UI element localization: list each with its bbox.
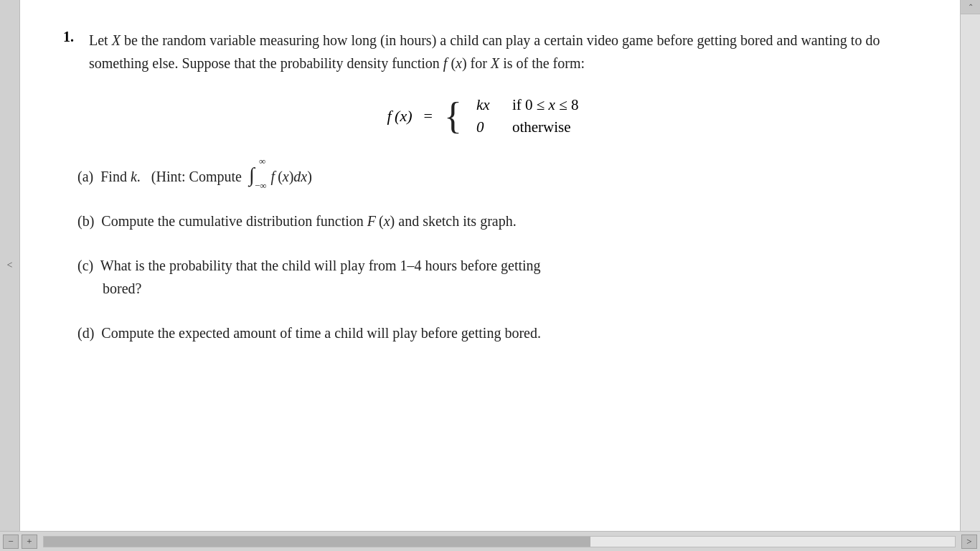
piecewise-brace: { (444, 98, 462, 135)
piecewise-formula: f (x) = { kx if 0 ≤ x ≤ 8 0 otherwise (387, 96, 579, 136)
left-nav-arrow[interactable]: < (0, 0, 20, 531)
part-b-text: (b) Compute the cumulative distribution … (77, 213, 517, 229)
right-panel: ⌃ (960, 0, 980, 531)
main-container: < 1. Let X be the random variable measur… (0, 0, 980, 531)
sub-part-d: (d) Compute the expected amount of time … (63, 321, 903, 344)
var-x2: x (456, 55, 462, 71)
part-a-label: (a) Find k. (Hint: Compute (77, 169, 245, 184)
piecewise-container: f (x) = { kx if 0 ≤ x ≤ 8 0 otherwise (63, 96, 903, 136)
sub-part-a: (a) Find k. (Hint: Compute ∫ ∞ −∞ f (x)d… (63, 165, 903, 188)
problem-number: 1. (63, 29, 83, 75)
piecewise-equals: = (424, 107, 433, 126)
horizontal-scrollbar[interactable] (43, 536, 956, 547)
case1-expr: kx (476, 96, 498, 114)
problem-intro-text: Let X be the random variable measuring h… (89, 29, 903, 75)
sub-part-b: (b) Compute the cumulative distribution … (63, 209, 903, 232)
piecewise-lhs: f (x) (387, 107, 413, 126)
zoom-out-button[interactable]: − (3, 534, 19, 549)
bottom-bar: − + > (0, 531, 980, 551)
piecewise-case-1: kx if 0 ≤ x ≤ 8 (476, 96, 578, 114)
case2-expr: 0 (476, 118, 498, 136)
part-d-text: (d) Compute the expected amount of time … (77, 325, 541, 341)
minus-icon: − (8, 536, 13, 547)
func-f: f (443, 55, 448, 71)
right-arrow-icon: > (966, 536, 971, 547)
scrollbar-thumb (44, 537, 590, 547)
problem-intro: 1. Let X be the random variable measurin… (63, 29, 903, 75)
piecewise-cases: kx if 0 ≤ x ≤ 8 0 otherwise (476, 96, 578, 136)
part-a-integral-text: f (x)dx) (271, 169, 312, 184)
zoom-in-button[interactable]: + (22, 534, 37, 549)
scroll-track (961, 14, 980, 531)
sub-parts: (a) Find k. (Hint: Compute ∫ ∞ −∞ f (x)d… (63, 165, 903, 344)
piecewise-case-2: 0 otherwise (476, 118, 578, 136)
sub-part-c: (c) What is the probability that the chi… (63, 254, 903, 300)
part-c-text: (c) What is the probability that the chi… (77, 258, 541, 296)
left-arrow-icon: < (7, 260, 13, 271)
case1-condition: if 0 ≤ x ≤ 8 (512, 96, 578, 114)
var-x: X (112, 32, 121, 48)
right-nav-arrow[interactable]: > (961, 534, 977, 549)
scroll-up-button[interactable]: ⌃ (961, 0, 981, 14)
plus-icon: + (27, 536, 32, 547)
content-area: 1. Let X be the random variable measurin… (20, 0, 960, 531)
var-x3: X (491, 55, 499, 71)
case2-condition: otherwise (512, 118, 571, 136)
integral-expr: ∫ ∞ −∞ (249, 165, 255, 185)
